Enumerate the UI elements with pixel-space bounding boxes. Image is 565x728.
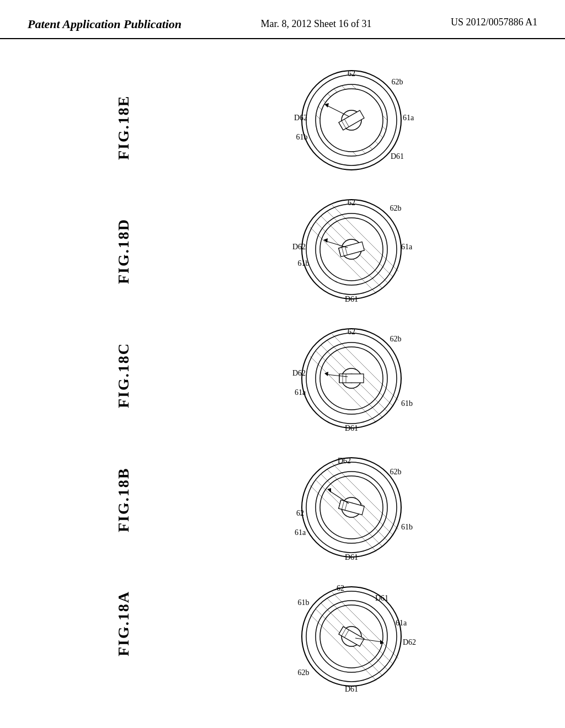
svg-line-19: [327, 105, 349, 116]
svg-line-57: [310, 356, 376, 422]
svg-text:D62: D62: [338, 457, 351, 465]
fig18b-svg: D62 62b 61b D61 62 61a: [255, 444, 431, 571]
svg-line-35: [332, 205, 398, 271]
fig18b-diagram: D62 62b 61b D61 62 61a: [255, 444, 431, 571]
figure-labels-column: FIG.18E FIG.18D FIG.18C FIG.18B FIG.18A: [17, 50, 138, 701]
page-header: Patent Application Publication Mar. 8, 2…: [0, 0, 565, 39]
svg-text:61a: 61a: [396, 619, 407, 627]
svg-text:61b: 61b: [296, 133, 308, 141]
fig18c-svg: 62 62b 61b D61 61a D62: [255, 315, 431, 442]
svg-line-103: [310, 614, 376, 681]
fig18a-label: FIG.18A: [115, 563, 132, 684]
svg-text:62b: 62b: [392, 78, 403, 86]
svg-marker-43: [323, 238, 328, 243]
patent-number: US 2012/0057886 A1: [451, 17, 537, 28]
sheet-info: Mar. 8, 2012 Sheet 16 of 31: [261, 17, 372, 31]
svg-text:61a: 61a: [401, 243, 413, 251]
svg-text:D61: D61: [345, 685, 358, 693]
fig18c-diagram: 62 62b 61b D61 61a D62: [255, 315, 431, 442]
fig18d-label: FIG.18D: [115, 191, 132, 312]
svg-text:62: 62: [348, 69, 355, 78]
svg-text:62: 62: [337, 584, 344, 592]
svg-line-10: [332, 76, 398, 142]
fig18e-label: FIG.18E: [115, 67, 132, 188]
svg-text:62: 62: [348, 328, 355, 336]
svg-text:62b: 62b: [390, 204, 402, 212]
fig18d-diagram: 62 62b 61a D61 61b D62: [255, 186, 431, 313]
fig18c-label: FIG.18C: [115, 315, 132, 436]
svg-text:D62: D62: [292, 243, 306, 251]
svg-text:61b: 61b: [298, 598, 310, 607]
fig18d-svg: 62 62b 61a D61 61b D62: [255, 186, 431, 313]
main-content: FIG.18E FIG.18D FIG.18C FIG.18B FIG.18A: [0, 39, 565, 712]
fig18e-svg: 62 62b 61a D61 61b D62: [255, 57, 431, 184]
svg-text:D62: D62: [294, 114, 307, 122]
svg-text:62: 62: [296, 509, 304, 517]
fig18b-label: FIG.18B: [115, 439, 132, 560]
svg-line-9: [310, 98, 376, 164]
fig18a-diagram: 62 61b 62b D61 D61 61a D62: [255, 573, 431, 700]
svg-line-80: [310, 485, 376, 552]
svg-text:61a: 61a: [295, 528, 306, 537]
svg-text:D61: D61: [345, 295, 358, 303]
publication-title: Patent Application Publication: [28, 17, 182, 33]
svg-text:61b: 61b: [298, 259, 310, 267]
svg-line-34: [310, 227, 376, 293]
svg-text:D62: D62: [292, 369, 306, 377]
fig18a-svg: 62 61b 62b D61 D61 61a D62: [255, 573, 431, 700]
svg-line-81: [332, 463, 398, 529]
svg-text:61b: 61b: [401, 399, 413, 408]
svg-text:62b: 62b: [298, 668, 310, 677]
svg-text:62: 62: [348, 199, 355, 207]
svg-text:61b: 61b: [401, 523, 413, 531]
svg-text:D61: D61: [375, 594, 388, 602]
svg-text:62b: 62b: [390, 468, 402, 476]
svg-line-88: [329, 491, 349, 504]
svg-text:D61: D61: [345, 553, 358, 561]
svg-text:D61: D61: [391, 152, 404, 160]
svg-line-104: [332, 592, 398, 659]
svg-text:D61: D61: [345, 424, 358, 432]
svg-rect-61: [339, 374, 364, 383]
svg-text:D62: D62: [403, 638, 416, 646]
svg-line-58: [332, 334, 398, 400]
fig18e-diagram: 62 62b 61a D61 61b D62: [255, 57, 431, 184]
svg-text:61a: 61a: [403, 114, 414, 122]
diagrams-column: 62 62b 61a D61 61b D62: [138, 50, 548, 701]
svg-text:62b: 62b: [390, 335, 402, 343]
svg-text:61a: 61a: [295, 388, 306, 397]
